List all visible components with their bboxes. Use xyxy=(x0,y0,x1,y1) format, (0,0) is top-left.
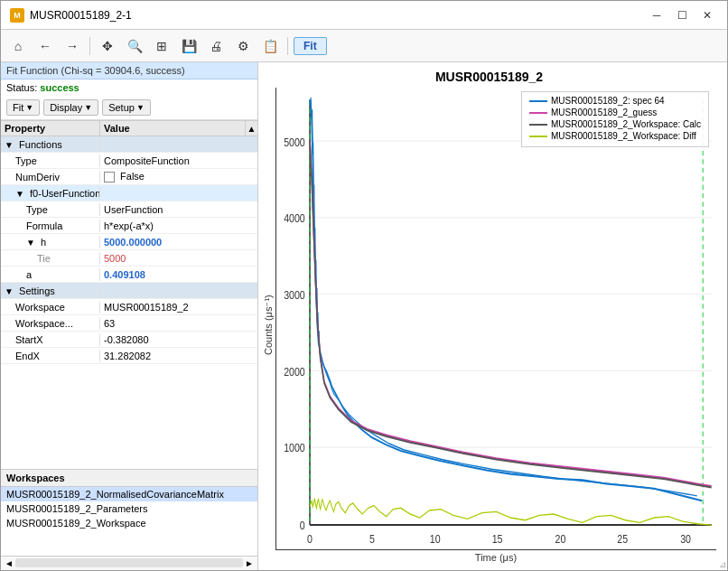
numderiv-name: NumDeriv xyxy=(1,171,100,183)
f0-formula-name: Formula xyxy=(1,220,100,232)
legend-item-2: MUSR00015189_2_Workspace: Calc xyxy=(529,119,701,129)
svg-text:30: 30 xyxy=(680,532,691,547)
scroll-track[interactable] xyxy=(15,558,243,567)
workspace-item-0[interactable]: MUSR00015189_2_NormalisedCovarianceMatri… xyxy=(1,487,257,501)
pan-button[interactable]: ✥ xyxy=(96,34,119,58)
numderiv-checkbox[interactable] xyxy=(104,172,115,183)
svg-text:2000: 2000 xyxy=(284,364,305,379)
settings-section-name: ▼ Settings xyxy=(1,285,100,297)
setup-dropdown-arrow: ▼ xyxy=(136,103,145,112)
h-name: ▼ h xyxy=(1,236,100,248)
scroll-up-btn[interactable]: ▲ xyxy=(245,121,257,136)
workspace-index-row: Workspace... 63 xyxy=(1,315,257,332)
minimize-button[interactable]: ─ xyxy=(646,7,667,23)
h-toggle[interactable]: ▼ xyxy=(26,238,35,248)
sep1 xyxy=(89,37,90,55)
svg-text:4000: 4000 xyxy=(284,211,305,226)
svg-text:15: 15 xyxy=(492,532,503,547)
legend-color-2 xyxy=(529,124,547,126)
svg-text:10: 10 xyxy=(430,532,441,547)
script-button[interactable]: 📋 xyxy=(258,34,282,58)
legend-item-0: MUSR00015189_2: spec 64 xyxy=(529,96,701,106)
status-value: success xyxy=(40,82,79,93)
f0-section-row[interactable]: ▼ f0-UserFunction xyxy=(1,185,257,201)
print-button[interactable]: 🖨 xyxy=(204,34,228,58)
h-value: 5000.000000 xyxy=(100,236,257,248)
svg-text:0: 0 xyxy=(300,519,305,533)
property-table: Property Value ▲ ▼ Functions Type xyxy=(1,120,257,469)
ws-scrollbar[interactable]: ◄ ► xyxy=(1,556,257,570)
status-row: Status: success xyxy=(1,80,257,96)
app-icon: M xyxy=(10,8,24,23)
scroll-right-btn[interactable]: ► xyxy=(245,558,254,568)
h-row: ▼ h 5000.000000 xyxy=(1,234,257,250)
home-button[interactable]: ⌂ xyxy=(6,34,30,58)
chart-svg: 0 1000 2000 3000 4000 xyxy=(276,88,716,549)
back-button[interactable]: ← xyxy=(33,34,57,58)
maximize-button[interactable]: ☐ xyxy=(671,7,693,23)
save-button[interactable]: 💾 xyxy=(177,34,201,58)
resize-handle[interactable]: ⊿ xyxy=(719,559,726,569)
numderiv-row: NumDeriv False xyxy=(1,169,257,185)
startx-value: -0.382080 xyxy=(100,333,257,346)
f0-type-row: Type UserFunction xyxy=(1,201,257,218)
fit-toolbar-button[interactable]: Fit xyxy=(294,37,327,55)
action-bar: Fit ▼ Display ▼ Setup ▼ xyxy=(1,96,257,120)
window-title: MUSR00015189_2-1 xyxy=(30,9,132,22)
status-label: Status: xyxy=(6,82,37,93)
chart-legend: MUSR00015189_2: spec 64 MUSR00015189_2_g… xyxy=(521,91,709,147)
svg-text:5: 5 xyxy=(369,532,375,547)
legend-label-2: MUSR00015189_2_Workspace: Calc xyxy=(551,119,701,129)
f0-type-name: Type xyxy=(1,203,100,216)
value-col-header: Value xyxy=(100,121,245,136)
grid-button[interactable]: ⊞ xyxy=(150,34,173,58)
functions-section-name: ▼ Functions xyxy=(1,138,100,151)
a-value: 0.409108 xyxy=(100,268,257,281)
workspace-item-1[interactable]: MUSR00015189_2_Parameters xyxy=(1,501,257,516)
x-axis-label: Time (μs) xyxy=(275,552,716,563)
legend-item-3: MUSR00015189_2_Workspace: Diff xyxy=(529,131,701,141)
svg-text:20: 20 xyxy=(555,532,566,547)
display-action-button[interactable]: Display ▼ xyxy=(43,99,98,116)
fit-action-button[interactable]: Fit ▼ xyxy=(6,99,40,116)
title-controls: ─ ☐ ✕ xyxy=(646,7,718,23)
type-value: CompositeFunction xyxy=(100,154,257,167)
legend-label-0: MUSR00015189_2: spec 64 xyxy=(551,96,665,106)
legend-color-3 xyxy=(529,136,547,137)
functions-section-row[interactable]: ▼ Functions xyxy=(1,136,257,153)
f0-type-value: UserFunction xyxy=(100,203,257,216)
scroll-left-btn[interactable]: ◄ xyxy=(5,558,14,568)
settings-section-row[interactable]: ▼ Settings xyxy=(1,283,257,299)
y-axis-label: Counts (μs⁻¹) xyxy=(262,88,274,563)
setup-action-button[interactable]: Setup ▼ xyxy=(102,99,151,116)
close-button[interactable]: ✕ xyxy=(696,7,718,23)
endx-value: 31.282082 xyxy=(100,350,257,362)
workspace-item-2[interactable]: MUSR00015189_2_Workspace xyxy=(1,516,257,530)
chart-container: MUSR00015189_2: spec 64 MUSR00015189_2_g… xyxy=(275,88,716,550)
settings-button[interactable]: ⚙ xyxy=(231,34,255,58)
a-name: a xyxy=(1,268,100,281)
workspace-index-value: 63 xyxy=(100,317,257,330)
zoom-button[interactable]: 🔍 xyxy=(123,34,146,58)
workspaces-header: Workspaces xyxy=(1,470,257,487)
chart-area: MUSR00015189_2 Counts (μs⁻¹) MUSR0001518… xyxy=(258,62,727,570)
title-bar-left: M MUSR00015189_2-1 xyxy=(10,8,132,23)
title-bar: M MUSR00015189_2-1 ─ ☐ ✕ xyxy=(1,1,727,30)
f0-formula-row: Formula h*exp(-a*x) xyxy=(1,218,257,234)
functions-toggle[interactable]: ▼ xyxy=(5,140,14,150)
main-window: M MUSR00015189_2-1 ─ ☐ ✕ ⌂ ← → ✥ 🔍 ⊞ 💾 🖨… xyxy=(0,0,728,571)
settings-toggle[interactable]: ▼ xyxy=(5,286,14,296)
forward-button[interactable]: → xyxy=(61,34,84,58)
svg-text:1000: 1000 xyxy=(284,441,305,455)
fit-header: Fit Function (Chi-sq = 30904.6, success) xyxy=(1,62,257,80)
legend-label-1: MUSR00015189_2_guess xyxy=(551,108,657,117)
endx-row: EndX 31.282082 xyxy=(1,348,257,364)
svg-text:0: 0 xyxy=(307,532,313,547)
a-row: a 0.409108 xyxy=(1,267,257,283)
sep2 xyxy=(287,37,288,55)
fit-dropdown-arrow: ▼ xyxy=(25,103,33,112)
workspaces-list: MUSR00015189_2_NormalisedCovarianceMatri… xyxy=(1,487,257,556)
legend-color-1 xyxy=(529,112,547,114)
f0-toggle[interactable]: ▼ xyxy=(15,189,24,199)
main-area: Fit Function (Chi-sq = 30904.6, success)… xyxy=(1,62,727,570)
